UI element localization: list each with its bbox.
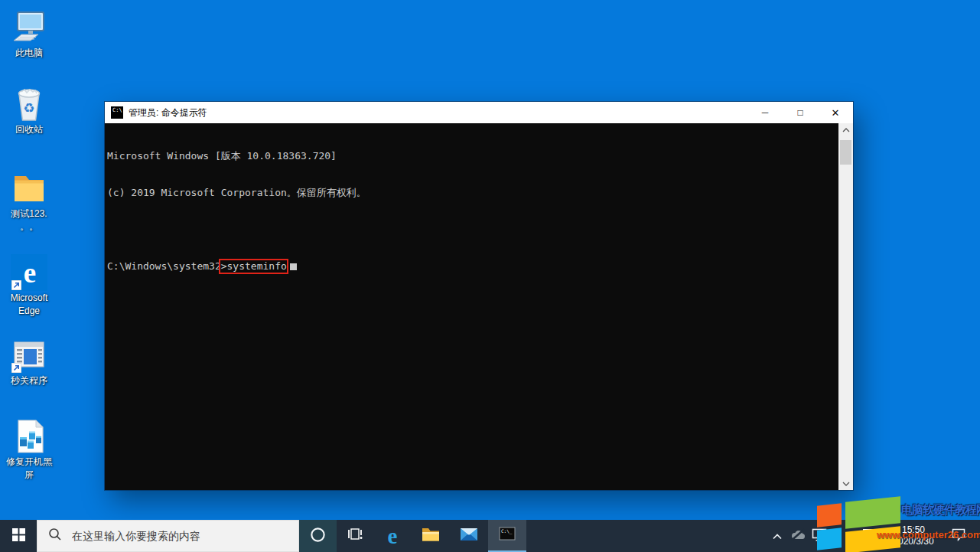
desktop-icon-label: 测试123. [11, 208, 47, 220]
desktop: 此电脑 ♻ 回收站 测试123. 。。 e [0, 0, 980, 552]
svg-text:C:\_: C:\_ [501, 528, 513, 534]
windows-logo-icon [12, 528, 25, 544]
scroll-down-icon[interactable] [838, 477, 853, 490]
tray-network[interactable] [809, 520, 830, 552]
desktop-icon-label: 回收站 [15, 124, 43, 136]
tray-onedrive[interactable] [787, 520, 809, 552]
file-explorer-icon [421, 524, 441, 547]
desktop-icon-label-line2: 。。 [20, 221, 38, 233]
desktop-icon-test-folder[interactable]: 测试123. 。。 [0, 170, 58, 233]
console-cursor [290, 263, 297, 270]
taskbar: e [0, 520, 980, 552]
taskbar-search-box[interactable] [37, 520, 299, 552]
scrollbar-thumb[interactable] [840, 140, 851, 165]
desktop-icon-this-pc[interactable]: 此电脑 [0, 9, 58, 59]
shortcut-arrow-icon [11, 363, 21, 373]
cmd-icon: C:\ [111, 106, 123, 119]
notification-bubble-icon [951, 528, 966, 544]
console-scrollbar[interactable] [838, 123, 853, 490]
taskbar-explorer-button[interactable] [412, 520, 450, 552]
task-view-button[interactable] [337, 520, 373, 552]
console-line-version: Microsoft Windows [版本 10.0.18363.720] [107, 150, 836, 162]
shortcut-arrow-icon [11, 280, 21, 290]
scroll-up-icon[interactable] [838, 123, 853, 136]
edge-icon: e [388, 525, 398, 547]
close-button[interactable]: ✕ [818, 102, 853, 123]
window-title: 管理员: 命令提示符 [129, 106, 207, 119]
console-blank-line [107, 224, 836, 236]
cortana-icon [309, 526, 327, 547]
taskbar-edge-button[interactable]: e [373, 520, 412, 552]
desktop-icon-label: 修复开机黑 [6, 456, 52, 468]
cortana-button[interactable] [299, 520, 337, 552]
this-pc-icon [11, 9, 47, 46]
recycle-bin-icon: ♻ [11, 86, 47, 122]
desktop-icon-ms-edge[interactable]: e Microsoft Edge [0, 254, 58, 317]
taskbar-clock[interactable]: 15:50 2020/3/30 [880, 520, 947, 552]
search-icon [47, 527, 63, 545]
taskbar-mail-button[interactable] [450, 520, 488, 552]
cmd-taskbar-icon: C:\_ [497, 524, 517, 547]
desktop-icon-label-line2: 屏 [24, 469, 34, 481]
ime-badge: 拼 [863, 529, 877, 544]
minimize-button[interactable]: ─ [747, 102, 783, 123]
svg-text:e: e [24, 257, 36, 289]
desktop-icon-label: 此电脑 [15, 47, 43, 59]
console-output[interactable]: Microsoft Windows [版本 10.0.18363.720] (c… [105, 123, 853, 490]
console-prompt: C:\Windows\system32> [107, 260, 227, 272]
clock-time: 15:50 [902, 524, 925, 536]
tray-show-hidden-icons[interactable] [767, 520, 787, 552]
onedrive-offline-icon [790, 528, 806, 544]
network-icon [811, 528, 828, 545]
clock-date: 2020/3/30 [893, 536, 933, 547]
taskbar-cmd-button-active[interactable]: C:\_ [488, 520, 526, 552]
maximize-button[interactable]: □ [783, 102, 818, 123]
desktop-icon-recycle-bin[interactable]: ♻ 回收站 [0, 86, 58, 136]
command-highlight-box: systeminfo [220, 260, 287, 273]
desktop-icon-label: Microsoft [11, 292, 48, 304]
search-input[interactable] [72, 530, 278, 542]
action-center-button[interactable] [947, 520, 970, 552]
desktop-icon-label: 秒关程序 [11, 375, 47, 387]
registry-file-icon [11, 418, 47, 455]
folder-icon [11, 170, 47, 207]
task-view-icon [347, 526, 363, 546]
cmd-titlebar[interactable]: C:\ 管理员: 命令提示符 ─ □ ✕ [105, 102, 853, 123]
mail-icon [459, 524, 479, 547]
svg-text:♻: ♻ [23, 100, 34, 116]
start-button[interactable] [0, 520, 37, 552]
desktop-icon-reg-file[interactable]: 修复开机黑 屏 [0, 418, 58, 481]
cmd-window: C:\ 管理员: 命令提示符 ─ □ ✕ Microsoft Windows [… [105, 102, 853, 490]
chevron-up-icon [772, 529, 783, 543]
ime-indicator[interactable]: 拼 [861, 520, 878, 552]
app-window-icon [11, 337, 47, 374]
console-line-copyright: (c) 2019 Microsoft Corporation。保留所有权利。 [107, 187, 836, 199]
desktop-icon-label-line2: Edge [18, 305, 40, 317]
console-prompt-line: C:\Windows\system32>systeminfo [107, 260, 836, 273]
edge-icon: e [11, 254, 47, 291]
desktop-icon-app-shortcut[interactable]: 秒关程序 [0, 337, 58, 387]
watermark-site-name: 电脑软硬件教程网 [901, 503, 980, 518]
